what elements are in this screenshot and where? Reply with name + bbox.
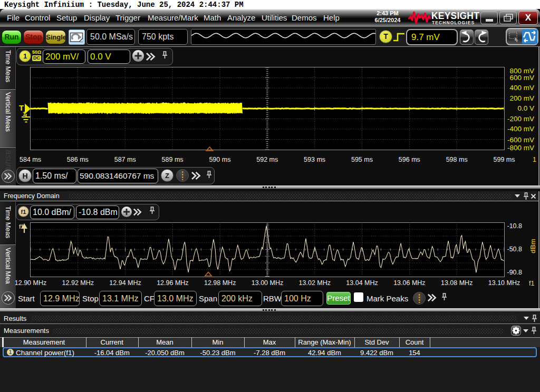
svg-text:f1: f1: [19, 224, 24, 230]
